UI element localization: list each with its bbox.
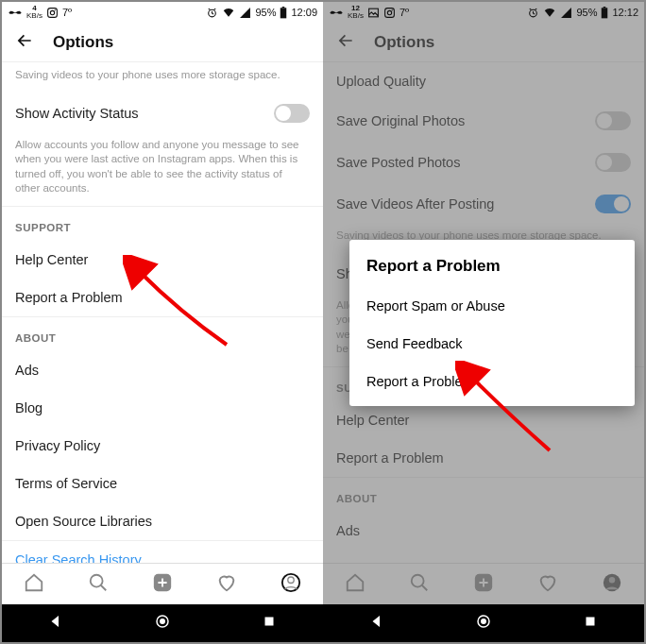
svg-point-23 — [609, 577, 615, 583]
save-posted-row[interactable]: Save Posted Photos — [323, 142, 644, 183]
svg-point-2 — [54, 9, 55, 10]
toggle[interactable] — [595, 153, 631, 172]
dialog-feedback-item[interactable]: Send Feedback — [349, 325, 635, 363]
network-speed: 4KB/s — [26, 5, 42, 20]
svg-rect-26 — [586, 618, 595, 626]
terms-row[interactable]: Terms of Service — [2, 465, 323, 502]
wifi-icon — [222, 6, 235, 19]
search-icon[interactable] — [88, 572, 109, 597]
row-label: Show Activity Status — [15, 106, 139, 121]
toggle-on[interactable] — [595, 195, 631, 213]
screen-left: 4KB/s 7º 95% 12:09 Options Saving videos… — [2, 2, 323, 642]
add-icon[interactable] — [473, 572, 494, 597]
status-bar: 12KB/s 7º 95% 12:12 — [323, 2, 644, 23]
battery-pct: 95% — [255, 7, 276, 18]
battery-icon — [280, 7, 287, 19]
section-support: SUPPORT — [2, 206, 323, 241]
section-about: ABOUT — [2, 316, 323, 351]
svg-point-16 — [391, 9, 392, 10]
network-speed: 12KB/s — [348, 5, 364, 20]
back-softkey[interactable] — [47, 613, 64, 634]
svg-point-9 — [288, 577, 294, 583]
blog-row[interactable]: Blog — [323, 550, 644, 563]
ads-row[interactable]: Ads — [323, 512, 644, 550]
android-softkeys — [2, 604, 323, 642]
temperature: 7º — [400, 7, 409, 18]
recent-softkey[interactable] — [582, 613, 599, 634]
instagram-icon — [46, 7, 59, 19]
app-bar: Options — [323, 23, 644, 62]
mustache-icon — [8, 8, 23, 16]
help-center-row[interactable]: Help Center — [323, 401, 644, 439]
toggle-off[interactable] — [274, 104, 310, 123]
battery-pct: 95% — [576, 7, 597, 18]
battery-icon — [601, 7, 608, 19]
home-icon[interactable] — [345, 572, 366, 597]
home-softkey[interactable] — [154, 613, 171, 634]
svg-rect-5 — [282, 7, 285, 8]
heart-icon[interactable] — [537, 572, 558, 597]
section-about: ABOUT — [323, 477, 644, 512]
profile-icon[interactable] — [602, 572, 622, 597]
activity-help: Allow accounts you follow and anyone you… — [2, 134, 323, 206]
privacy-row[interactable]: Privacy Policy — [2, 427, 323, 465]
screen-right: 12KB/s 7º 95% 12:12 Options Upload Quali… — [323, 2, 644, 642]
back-icon[interactable] — [336, 31, 355, 54]
recent-softkey[interactable] — [261, 613, 278, 634]
alarm-icon — [527, 7, 539, 19]
bottom-nav — [2, 563, 323, 604]
search-icon[interactable] — [409, 572, 430, 597]
svg-rect-0 — [48, 8, 58, 17]
instagram-icon — [383, 7, 396, 19]
back-icon[interactable] — [15, 31, 34, 54]
clock: 12:09 — [291, 7, 317, 18]
blog-row[interactable]: Blog — [2, 389, 323, 427]
report-problem-row[interactable]: Report a Problem — [323, 439, 644, 477]
home-icon[interactable] — [24, 572, 44, 597]
svg-point-1 — [50, 10, 54, 14]
image-icon — [367, 7, 380, 19]
temperature: 7º — [62, 7, 72, 18]
help-center-row[interactable]: Help Center — [2, 241, 323, 279]
signal-icon — [239, 7, 251, 19]
dialog-report-item[interactable]: Report a Problem — [349, 363, 635, 400]
toggle[interactable] — [595, 111, 631, 130]
save-videos-row[interactable]: Save Videos After Posting — [323, 183, 644, 225]
content: Saving videos to your phone uses more st… — [2, 62, 323, 563]
activity-status-row[interactable]: Show Activity Status — [2, 93, 323, 134]
heart-icon[interactable] — [216, 572, 237, 597]
help-text: Saving videos to your phone uses more st… — [2, 62, 323, 93]
report-problem-row[interactable]: Report a Problem — [2, 279, 323, 316]
home-softkey[interactable] — [475, 613, 492, 634]
svg-point-25 — [481, 619, 486, 624]
save-original-row[interactable]: Save Original Photos — [323, 100, 644, 142]
alarm-icon — [206, 7, 218, 19]
bottom-nav — [323, 563, 644, 604]
svg-rect-14 — [385, 8, 395, 17]
android-softkeys — [323, 604, 644, 642]
svg-point-20 — [412, 574, 424, 586]
clear-search-row[interactable]: Clear Search History — [2, 541, 323, 563]
svg-rect-18 — [602, 8, 608, 18]
svg-rect-4 — [280, 8, 287, 18]
profile-icon[interactable] — [280, 572, 301, 597]
opensource-row[interactable]: Open Source Libraries — [2, 502, 323, 540]
clock: 12:12 — [612, 7, 638, 18]
page-title: Options — [53, 33, 113, 52]
add-icon[interactable] — [152, 572, 173, 597]
app-bar: Options — [2, 23, 323, 62]
report-problem-dialog: Report a Problem Report Spam or Abuse Se… — [349, 240, 635, 406]
wifi-icon — [543, 6, 556, 19]
dialog-title: Report a Problem — [349, 253, 635, 287]
svg-rect-12 — [265, 618, 274, 626]
upload-quality-row[interactable]: Upload Quality — [323, 62, 644, 100]
status-bar: 4KB/s 7º 95% 12:09 — [2, 2, 323, 23]
svg-rect-19 — [604, 7, 606, 8]
page-title: Options — [374, 33, 434, 52]
ads-row[interactable]: Ads — [2, 351, 323, 389]
back-softkey[interactable] — [368, 613, 385, 634]
dialog-spam-item[interactable]: Report Spam or Abuse — [349, 287, 635, 325]
svg-point-6 — [91, 574, 103, 586]
signal-icon — [560, 7, 572, 19]
svg-point-15 — [387, 10, 391, 14]
